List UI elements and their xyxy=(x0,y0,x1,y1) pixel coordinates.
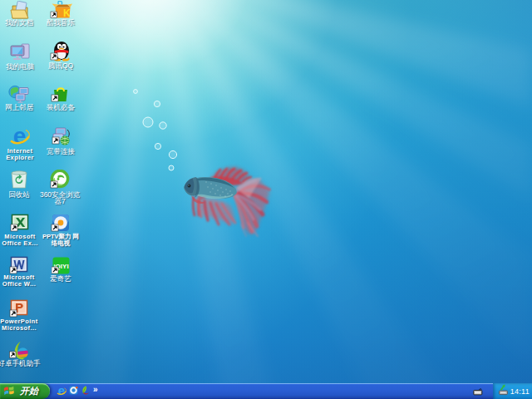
svg-text:e: e xyxy=(58,386,65,397)
svg-text:K: K xyxy=(63,7,71,19)
